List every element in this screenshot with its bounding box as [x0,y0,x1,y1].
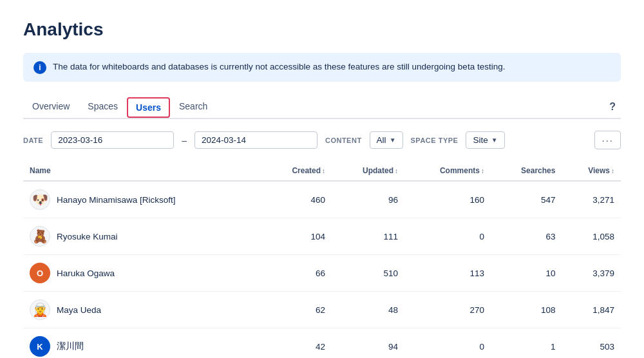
user-name: Maya Ueda [57,305,101,315]
content-value: All [377,135,386,145]
cell-searches: 1 [491,328,562,359]
cell-searches: 10 [491,255,562,292]
info-banner: i The data for whiteboards and databases… [23,53,621,82]
col-updated[interactable]: Updated↕ [332,161,404,181]
content-label: CONTENT [325,137,362,144]
cell-updated: 94 [332,328,404,359]
cell-name: 🧸 Ryosuke Kumai [23,218,262,255]
cell-created: 104 [262,218,332,255]
user-name: Hanayo Minamisawa [Ricksoft] [57,195,176,205]
cell-created: 460 [262,181,332,218]
avatar: K [30,336,50,357]
space-type-chevron-icon: ▼ [491,137,498,144]
avatar: 🐶 [30,189,50,210]
tab-overview[interactable]: Overview [23,96,79,119]
date-label: DATE [23,137,43,144]
cell-name: 🐶 Hanayo Minamisawa [Ricksoft] [23,181,262,218]
table-row: 🧸 Ryosuke Kumai 104 111 0 63 1,058 [23,218,621,255]
space-type-label: SPACE TYPE [411,137,459,144]
col-views[interactable]: Views↕ [562,161,621,181]
tab-users[interactable]: Users [127,97,170,118]
table-row: O Haruka Ogawa 66 510 113 10 3,379 [23,255,621,292]
cell-comments: 0 [404,328,491,359]
cell-name: K 潔川間 [23,328,262,359]
table-header: Name Created↕ Updated↕ Comments↕ Searche… [23,161,621,181]
filters-row: DATE – CONTENT All ▼ SPACE TYPE Site ▼ ·… [23,131,621,149]
tab-search[interactable]: Search [170,96,216,119]
col-searches: Searches [491,161,562,181]
cell-updated: 96 [332,181,404,218]
cell-updated: 510 [332,255,404,292]
cell-updated: 48 [332,292,404,328]
table-row: 🧝 Maya Ueda 62 48 270 108 1,847 [23,292,621,328]
cell-views: 503 [562,328,621,359]
space-type-select[interactable]: Site ▼ [466,131,504,149]
cell-comments: 270 [404,292,491,328]
cell-created: 62 [262,292,332,328]
date-from-input[interactable] [51,131,174,149]
content-chevron-icon: ▼ [390,137,396,144]
content-select[interactable]: All ▼ [370,131,403,149]
date-separator: – [182,135,187,146]
col-created[interactable]: Created↕ [262,161,332,181]
user-name: 潔川間 [57,341,84,352]
avatar: 🧸 [30,226,50,247]
cell-views: 1,847 [562,292,621,328]
cell-searches: 63 [491,218,562,255]
space-type-value: Site [473,135,488,145]
table-row: K 潔川間 42 94 0 1 503 [23,328,621,359]
info-icon: i [33,61,46,74]
data-table-wrapper: Name Created↕ Updated↕ Comments↕ Searche… [23,161,621,358]
cell-name: O Haruka Ogawa [23,255,262,292]
user-name: Haruka Ogawa [57,268,115,278]
cell-comments: 113 [404,255,491,292]
user-name: Ryosuke Kumai [57,232,118,241]
avatar: O [30,263,50,283]
cell-searches: 108 [491,292,562,328]
cell-created: 42 [262,328,332,359]
table-row: 🐶 Hanayo Minamisawa [Ricksoft] 460 96 16… [23,181,621,218]
more-options-button[interactable]: ··· [594,131,621,149]
avatar: 🧝 [30,299,50,320]
tabs-row: Overview Spaces Users Search ? [23,96,621,119]
date-to-input[interactable] [194,131,317,149]
cell-views: 3,379 [562,255,621,292]
users-table: Name Created↕ Updated↕ Comments↕ Searche… [23,161,621,358]
table-body: 🐶 Hanayo Minamisawa [Ricksoft] 460 96 16… [23,181,621,358]
help-button[interactable]: ? [604,99,621,115]
cell-name: 🧝 Maya Ueda [23,292,262,328]
cell-views: 3,271 [562,181,621,218]
banner-text: The data for whiteboards and databases i… [53,61,505,73]
col-comments[interactable]: Comments↕ [404,161,491,181]
cell-searches: 547 [491,181,562,218]
cell-comments: 0 [404,218,491,255]
cell-updated: 111 [332,218,404,255]
col-name: Name [23,161,262,181]
cell-views: 1,058 [562,218,621,255]
cell-created: 66 [262,255,332,292]
cell-comments: 160 [404,181,491,218]
tab-spaces[interactable]: Spaces [79,96,127,119]
page-title: Analytics [23,19,621,40]
